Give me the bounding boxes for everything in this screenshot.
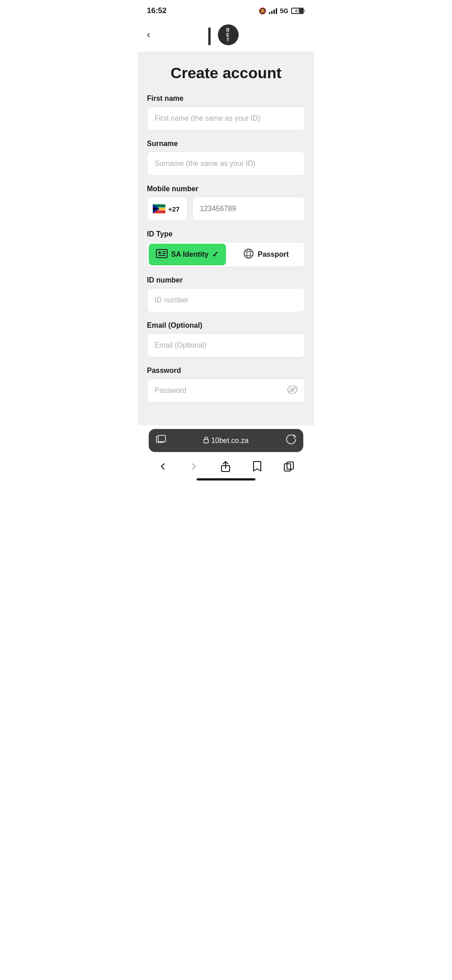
password-input-wrapper [147, 378, 305, 403]
first-name-label: First name [147, 94, 305, 103]
password-label: Password [147, 367, 305, 375]
passport-icon [243, 248, 254, 261]
surname-label: Surname [147, 140, 305, 148]
email-input[interactable] [147, 333, 305, 358]
eye-icon[interactable] [287, 385, 298, 396]
passport-label: Passport [258, 250, 288, 259]
svg-rect-13 [204, 439, 208, 443]
back-button[interactable]: ‹ [147, 30, 150, 40]
country-code: +27 [168, 205, 179, 213]
battery: 67 [291, 8, 305, 14]
svg-rect-3 [162, 253, 166, 254]
status-bar: 16:52 🔕 5G 67 [138, 0, 314, 19]
svg-point-6 [247, 249, 250, 258]
svg-point-5 [244, 249, 253, 258]
browser-refresh-icon[interactable] [286, 434, 296, 447]
svg-rect-2 [162, 251, 166, 252]
first-name-group: First name [147, 94, 305, 131]
browser-bar: 10bet.co.za [149, 429, 303, 452]
country-flag [153, 204, 165, 213]
nav-back-button[interactable] [158, 462, 167, 471]
surname-input[interactable] [147, 151, 305, 176]
email-label: Email (Optional) [147, 321, 305, 330]
logo-circle: BET [218, 24, 239, 45]
id-option-passport[interactable]: Passport [227, 242, 305, 267]
home-indicator-line [197, 478, 255, 481]
browser-tabs-icon[interactable] [156, 435, 166, 446]
nav-tabs-button[interactable] [284, 462, 294, 471]
email-group: Email (Optional) [147, 321, 305, 358]
logo-text: BET [226, 28, 230, 42]
page-title: Create account [147, 64, 305, 82]
mute-icon: 🔕 [259, 7, 266, 14]
svg-point-1 [158, 251, 161, 254]
logo-number: | [207, 26, 212, 44]
password-group: Password [147, 367, 305, 403]
browser-url[interactable]: 10bet.co.za [166, 436, 286, 445]
mobile-number-group: Mobile number +27 [147, 185, 305, 221]
bottom-nav [138, 456, 314, 476]
mobile-number-label: Mobile number [147, 185, 305, 193]
status-time: 16:52 [147, 6, 166, 15]
id-type-group: ID Type SA Identity ✓ [147, 230, 305, 267]
id-number-label: ID number [147, 276, 305, 284]
sa-identity-label: SA Identity [171, 250, 209, 259]
phone-input[interactable] [192, 197, 305, 221]
first-name-input[interactable] [147, 106, 305, 131]
nav-share-button[interactable] [221, 461, 230, 472]
mobile-row: +27 [147, 197, 305, 221]
id-number-input[interactable] [147, 288, 305, 312]
svg-rect-4 [158, 255, 165, 256]
password-input[interactable] [147, 378, 305, 403]
country-selector[interactable]: +27 [147, 197, 188, 221]
svg-rect-12 [158, 435, 165, 442]
id-option-sa-identity[interactable]: SA Identity ✓ [149, 244, 226, 265]
home-indicator [138, 476, 314, 484]
id-card-icon [156, 249, 168, 260]
id-type-toggle: SA Identity ✓ Passport [147, 242, 305, 267]
nav-bar: ‹ | BET [138, 19, 314, 52]
network-type: 5G [280, 7, 288, 14]
id-number-group: ID number [147, 276, 305, 312]
status-right: 🔕 5G 67 [259, 7, 305, 14]
url-text: 10bet.co.za [211, 437, 249, 445]
id-type-label: ID Type [147, 230, 305, 238]
logo: | BET [207, 24, 239, 46]
sa-identity-check: ✓ [212, 250, 219, 259]
main-content: Create account First name Surname Mobile… [138, 52, 314, 425]
signal-bars [269, 8, 277, 14]
lock-icon [203, 436, 209, 445]
bottom-bar-container: 10bet.co.za [138, 425, 314, 456]
surname-group: Surname [147, 140, 305, 176]
nav-forward-button[interactable] [189, 462, 198, 471]
nav-bookmarks-button[interactable] [253, 461, 262, 472]
